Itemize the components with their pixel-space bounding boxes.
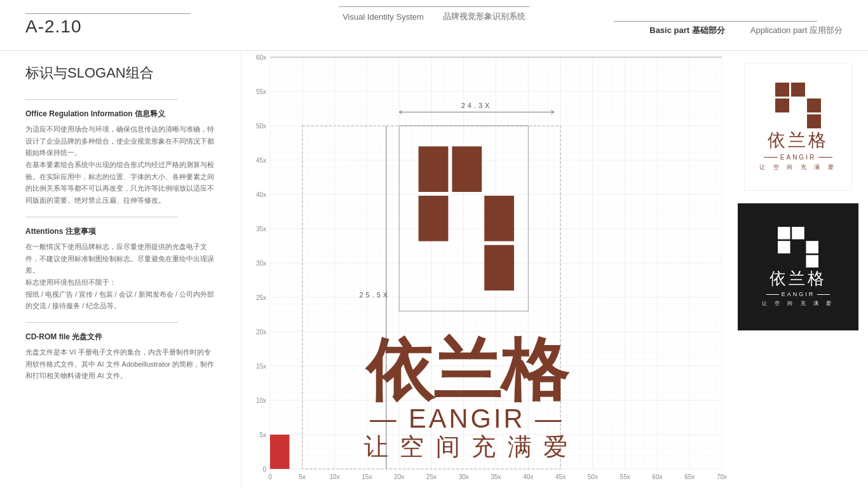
logo-en-row-black: EANGIR	[766, 291, 831, 297]
logo-en-white: EANGIR	[780, 154, 816, 161]
svg-rect-2	[807, 83, 821, 97]
left-panel: 标识与SLOGAN组合 Office Regulation Informatio…	[0, 51, 241, 488]
header-right-line	[614, 21, 817, 22]
info-title-2: Attentions 注意事项	[25, 226, 215, 237]
svg-rect-5	[807, 98, 821, 112]
header-top-line	[25, 13, 191, 14]
grid-canvas	[241, 51, 728, 488]
svg-rect-15	[806, 241, 818, 254]
svg-rect-1	[791, 83, 805, 97]
right-panel: 依兰格 EANGIR 让 空 间 充 满 爱	[728, 51, 868, 488]
logo-grid-icon-black	[778, 227, 818, 268]
section-divider-2	[25, 217, 178, 217]
info-title-3: CD-ROM file 光盘文件	[25, 332, 215, 342]
svg-rect-6	[775, 114, 789, 128]
info-body-3: 光盘文件是本 VI 手册电子文件的集合，内含手册制作时的专用软件格式文件。其中 …	[25, 346, 215, 382]
svg-rect-8	[807, 114, 821, 128]
svg-rect-12	[806, 227, 818, 240]
main-content: 标识与SLOGAN组合 Office Regulation Informatio…	[0, 51, 868, 488]
section-divider-3	[25, 322, 178, 323]
svg-rect-4	[791, 98, 805, 112]
info-body-1: 为适应不同使用场合与环境，确保信息传达的清晰与准确，特设计了企业品牌的多种组合，…	[25, 123, 215, 207]
header-center-line	[339, 6, 529, 7]
vis-identity-label: Visual Identity System	[342, 12, 424, 22]
info-block-1: Office Regulation Information 信息释义 为适应不同…	[25, 109, 215, 207]
header-center-titles: Visual Identity System 品牌视觉形象识别系统	[342, 11, 526, 22]
svg-rect-14	[792, 241, 804, 254]
page-number: A-2.10	[25, 17, 191, 37]
svg-rect-0	[775, 83, 789, 97]
logo-slogan-black: 让 空 间 充 满 爱	[762, 300, 834, 307]
svg-rect-10	[778, 227, 790, 240]
section-divider-1	[25, 99, 178, 100]
logo-cn-white: 依兰格	[768, 128, 829, 152]
info-body-2: 在一般情况下使用品牌标志，应尽量使用提供的光盘电子文件，不建议使用标准制图绘制标…	[25, 241, 215, 312]
svg-rect-13	[778, 241, 790, 254]
header-center: Visual Identity System 品牌视觉形象识别系统	[339, 6, 529, 22]
logo-slogan-white: 让 空 间 充 满 爱	[759, 163, 837, 172]
logo-en-black: EANGIR	[782, 291, 815, 297]
logo-white-variant: 依兰格 EANGIR 让 空 间 充 满 爱	[744, 64, 852, 191]
svg-rect-3	[775, 98, 789, 112]
center-panel	[241, 51, 728, 488]
logo-grid-icon-white	[775, 83, 821, 128]
svg-rect-11	[792, 227, 804, 240]
header-left: A-2.10	[25, 13, 191, 37]
logo-icon-white: 依兰格 EANGIR 让 空 间 充 满 爱	[759, 83, 837, 172]
info-block-3: CD-ROM file 光盘文件 光盘文件是本 VI 手册电子文件的集合，内含手…	[25, 332, 215, 382]
section-title: 标识与SLOGAN组合	[25, 64, 215, 86]
logo-black-variant: 依兰格 EANGIR 让 空 间 充 满 爱	[738, 203, 858, 330]
info-title-1: Office Regulation Information 信息释义	[25, 109, 215, 119]
svg-rect-16	[778, 255, 790, 268]
logo-cn-black: 依兰格	[770, 268, 827, 290]
svg-rect-17	[792, 255, 804, 268]
brand-cn-label: 品牌视觉形象识别系统	[443, 11, 526, 22]
info-block-2: Attentions 注意事项 在一般情况下使用品牌标志，应尽量使用提供的光盘电…	[25, 226, 215, 312]
logo-icon-black: 依兰格 EANGIR 让 空 间 充 满 爱	[762, 227, 834, 307]
logo-line-right-white	[818, 157, 832, 158]
header-right-wrapper: Basic part 基础部分 Application part 应用部分	[649, 15, 843, 36]
page-header: A-2.10 Visual Identity System 品牌视觉形象识别系统…	[0, 0, 868, 51]
logo-line-right-black	[817, 294, 830, 295]
svg-rect-18	[806, 255, 818, 268]
header-nav: Basic part 基础部分 Application part 应用部分	[649, 25, 843, 36]
logo-line-left-white	[764, 157, 778, 158]
nav-basic: Basic part 基础部分	[649, 25, 725, 36]
logo-line-left-black	[766, 294, 779, 295]
svg-rect-7	[791, 114, 805, 128]
logo-en-row-white: EANGIR	[764, 154, 832, 161]
nav-application: Application part 应用部分	[750, 25, 843, 36]
